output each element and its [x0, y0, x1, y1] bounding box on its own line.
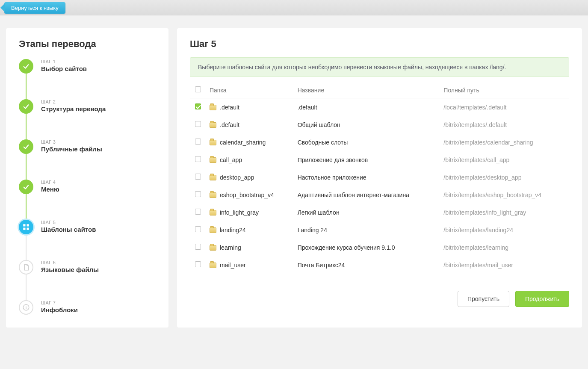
template-name: Почта Битрикс24 [294, 256, 440, 274]
folder-icon [210, 210, 216, 215]
folder-name: calendar_sharing [220, 139, 266, 146]
template-name: Прохождение курса обучения 9.1.0 [294, 239, 440, 256]
row-checkbox[interactable] [195, 244, 201, 250]
row-checkbox[interactable] [195, 226, 201, 232]
template-path: /bitrix/templates/.default [440, 116, 569, 133]
continue-button[interactable]: Продолжить [515, 291, 569, 307]
folder-name: info_light_gray [220, 209, 259, 216]
check-icon [19, 180, 33, 194]
topbar: Вернуться к языку [0, 0, 588, 15]
main-panel: Шаг 5 Выберите шаблоны сайта для которых… [177, 28, 582, 328]
template-path: /bitrix/templates/calendar_sharing [440, 133, 569, 151]
table-row: .default.default/local/templates/.defaul… [190, 98, 569, 116]
template-path: /local/templates/.default [440, 98, 569, 116]
step-label: Инфоблоки [41, 306, 78, 313]
svg-rect-6 [26, 307, 27, 309]
step-label: Шаблоны сайтов [41, 226, 96, 233]
sidebar-title: Этапы перевода [19, 38, 156, 50]
step-title: Шаг 5 [190, 38, 569, 50]
actions-row: Пропустить Продолжить [190, 291, 569, 307]
step-label: Выбор сайтов [41, 65, 87, 72]
table-row: landing24Landing 24/bitrix/templates/lan… [190, 221, 569, 239]
table-row: info_light_grayЛегкий шаблон/bitrix/temp… [190, 204, 569, 221]
template-name: Настольное приложение [294, 168, 440, 186]
row-checkbox[interactable] [195, 103, 201, 109]
step-item[interactable]: ШАГ 7Инфоблоки [19, 300, 156, 315]
col-name: Название [294, 82, 440, 98]
folder-name: call_app [220, 156, 242, 163]
col-folder: Папка [206, 82, 294, 98]
template-name: Общий шаблон [294, 116, 440, 133]
row-checkbox[interactable] [195, 156, 201, 162]
step-label: Структура перевода [41, 105, 106, 112]
sidebar: Этапы перевода ШАГ 1Выбор сайтовШАГ 2Стр… [6, 28, 168, 328]
row-checkbox[interactable] [195, 174, 201, 180]
template-path: /bitrix/templates/desktop_app [440, 168, 569, 186]
template-path: /bitrix/templates/eshop_bootstrap_v4 [440, 186, 569, 204]
step-item[interactable]: ШАГ 3Публичные файлы [19, 139, 156, 180]
step-item[interactable]: ШАГ 5Шаблоны сайтов [19, 220, 156, 260]
svg-rect-1 [27, 224, 29, 226]
folder-name: landing24 [220, 227, 246, 233]
template-path: /bitrix/templates/call_app [440, 151, 569, 168]
template-path: /bitrix/templates/mail_user [440, 256, 569, 274]
step-label: Публичные файлы [41, 145, 102, 153]
step-item[interactable]: ШАГ 4Меню [19, 180, 156, 220]
folder-name: .default [220, 104, 239, 111]
svg-rect-0 [23, 224, 25, 226]
folder-icon [210, 122, 216, 128]
template-path: /bitrix/templates/info_light_gray [440, 204, 569, 221]
select-all-checkbox[interactable] [195, 86, 201, 92]
svg-rect-3 [27, 228, 29, 230]
folder-icon [210, 192, 216, 198]
col-path: Полный путь [440, 82, 569, 98]
info-icon [19, 300, 33, 315]
step-item[interactable]: ШАГ 1Выбор сайтов [19, 59, 156, 99]
check-icon [19, 99, 33, 114]
folder-icon [210, 245, 216, 251]
folder-icon [210, 140, 216, 145]
row-checkbox[interactable] [195, 121, 201, 127]
folder-name: .default [220, 121, 239, 128]
folder-icon [210, 263, 216, 268]
step-number: ШАГ 7 [41, 300, 78, 305]
row-checkbox[interactable] [195, 209, 201, 215]
skip-button[interactable]: Пропустить [458, 291, 509, 307]
table-row: learningПрохождение курса обучения 9.1.0… [190, 239, 569, 256]
folder-icon [210, 157, 216, 163]
folder-icon [210, 175, 216, 180]
template-path: /bitrix/templates/learning [440, 239, 569, 256]
templates-table: Папка Название Полный путь .default.defa… [190, 82, 569, 274]
folder-icon [210, 105, 216, 110]
step-item[interactable]: ШАГ 6Языковые файлы [19, 260, 156, 300]
step-number: ШАГ 1 [41, 59, 87, 64]
step-number: ШАГ 6 [41, 260, 99, 265]
row-checkbox[interactable] [195, 191, 201, 197]
back-to-language-button[interactable]: Вернуться к языку [4, 2, 65, 14]
step-label: Меню [41, 186, 59, 193]
hint-box: Выберите шаблоны сайта для которых необх… [190, 57, 569, 77]
check-icon [19, 139, 33, 154]
template-name: Landing 24 [294, 221, 440, 239]
template-name: Свободные слоты [294, 133, 440, 151]
grid-icon [19, 220, 33, 234]
template-path: /bitrix/templates/landing24 [440, 221, 569, 239]
table-row: calendar_sharingСвободные слоты/bitrix/t… [190, 133, 569, 151]
svg-point-5 [26, 306, 27, 307]
table-row: mail_userПочта Битрикс24/bitrix/template… [190, 256, 569, 274]
step-number: ШАГ 3 [41, 139, 102, 145]
row-checkbox[interactable] [195, 261, 201, 267]
step-number: ШАГ 4 [41, 180, 59, 185]
file-icon [19, 260, 33, 275]
check-icon [19, 59, 33, 74]
folder-name: mail_user [220, 262, 246, 269]
template-name: .default [294, 98, 440, 116]
folder-name: desktop_app [220, 174, 254, 181]
folder-name: learning [220, 244, 241, 251]
svg-rect-2 [23, 228, 25, 230]
table-row: desktop_appНастольное приложение/bitrix/… [190, 168, 569, 186]
step-number: ШАГ 5 [41, 220, 96, 225]
table-row: eshop_bootstrap_v4Адаптивный шаблон инте… [190, 186, 569, 204]
row-checkbox[interactable] [195, 139, 201, 145]
step-item[interactable]: ШАГ 2Структура перевода [19, 99, 156, 139]
